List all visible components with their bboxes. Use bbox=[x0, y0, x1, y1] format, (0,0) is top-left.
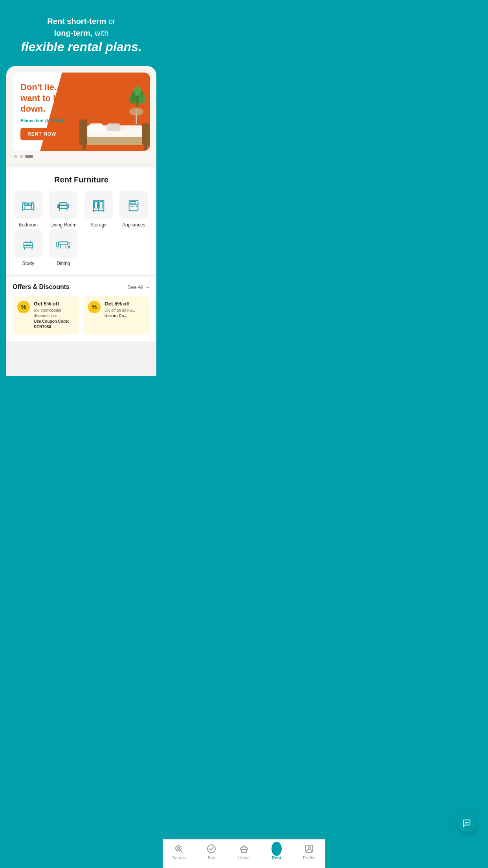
appliances-label: Appliances bbox=[122, 222, 145, 228]
svg-rect-6 bbox=[83, 144, 86, 150]
dining-label: Dining bbox=[57, 261, 70, 266]
svg-rect-7 bbox=[144, 144, 147, 150]
category-appliances[interactable]: Appliances bbox=[118, 191, 150, 228]
dot-3-active[interactable] bbox=[25, 155, 33, 158]
study-label: Study bbox=[22, 261, 34, 266]
bed-illustration bbox=[75, 108, 146, 147]
header-section: Rent short-term or long-term, with flexi… bbox=[0, 0, 163, 66]
header-subtitle: Rent short-term or bbox=[12, 16, 151, 27]
storage-icon-box bbox=[84, 191, 113, 219]
study-icon-box bbox=[14, 229, 42, 257]
offer-badge-2: % bbox=[88, 301, 101, 313]
svg-point-32 bbox=[97, 205, 98, 206]
appliances-icon-box bbox=[119, 191, 148, 219]
svg-point-33 bbox=[99, 205, 100, 206]
wardrobe-icon bbox=[91, 197, 106, 212]
banner-tagline: Don't lie. You want to lie down. bbox=[20, 82, 81, 114]
banner-slide: Don't lie. You want to lie down. Blanca … bbox=[13, 72, 150, 151]
main-card: Don't lie. You want to lie down. Blanca … bbox=[6, 66, 156, 376]
category-bedroom[interactable]: Bedroom bbox=[13, 191, 44, 228]
svg-point-39 bbox=[136, 206, 138, 207]
offer-text-2: Get 5% off 5% off on all Fu... Use on Co… bbox=[105, 301, 135, 319]
storage-label: Storage bbox=[90, 222, 107, 228]
svg-rect-54 bbox=[68, 243, 70, 246]
dining-icon-box bbox=[49, 229, 77, 257]
offers-title: Offers & Discounts bbox=[13, 283, 70, 291]
living-room-icon-box bbox=[49, 191, 77, 219]
dining-icon bbox=[56, 236, 71, 251]
svg-rect-4 bbox=[89, 123, 103, 131]
category-living-room[interactable]: Living Room bbox=[48, 191, 79, 228]
bedroom-icon bbox=[21, 197, 36, 212]
svg-rect-30 bbox=[94, 202, 97, 208]
svg-rect-5 bbox=[107, 123, 121, 131]
svg-rect-51 bbox=[57, 243, 59, 246]
category-grid-row2: Study bbox=[13, 229, 150, 266]
svg-rect-15 bbox=[23, 204, 34, 209]
see-all-button[interactable]: See All → bbox=[128, 284, 150, 290]
banner-container: Don't lie. You want to lie down. Blanca … bbox=[6, 66, 156, 164]
header-subtitle2: long-term, with bbox=[12, 28, 151, 39]
rent-furniture-section: Rent Furniture Bedroom bbox=[6, 167, 156, 274]
offer-text-1: Get 5% off 5% promotional discount on c.… bbox=[34, 301, 75, 330]
header-title: flexible rental plans. bbox=[12, 39, 151, 54]
living-room-label: Living Room bbox=[50, 222, 77, 228]
dot-1 bbox=[14, 155, 17, 158]
rent-now-button[interactable]: RENT NOW bbox=[20, 128, 63, 140]
svg-rect-38 bbox=[131, 206, 134, 207]
svg-rect-31 bbox=[100, 202, 103, 208]
svg-point-14 bbox=[134, 86, 141, 96]
sofa-icon bbox=[56, 197, 71, 212]
bedroom-icon-box bbox=[14, 191, 42, 219]
offer-card-2[interactable]: % Get 5% off 5% off on all Fu... Use on … bbox=[83, 296, 150, 335]
category-grid-row1: Bedroom Living Room bbox=[13, 191, 150, 228]
appliances-icon bbox=[126, 197, 141, 212]
study-icon bbox=[21, 236, 36, 251]
svg-rect-43 bbox=[27, 244, 30, 246]
svg-rect-1 bbox=[79, 120, 87, 145]
offer-card-1[interactable]: % Get 5% off 5% promotional discount on … bbox=[13, 296, 79, 335]
rent-furniture-title: Rent Furniture bbox=[13, 175, 150, 184]
category-storage[interactable]: Storage bbox=[83, 191, 114, 228]
offers-scroll: % Get 5% off 5% promotional discount on … bbox=[13, 296, 150, 335]
svg-rect-41 bbox=[24, 243, 33, 248]
offers-header: Offers & Discounts See All → bbox=[13, 283, 150, 291]
bedroom-label: Bedroom bbox=[18, 222, 38, 228]
category-dining[interactable]: Dining bbox=[48, 229, 79, 266]
banner-price: Blanca bed @ 15,599/- bbox=[20, 118, 81, 123]
dot-2 bbox=[20, 155, 23, 158]
offers-section: Offers & Discounts See All → % Get 5% of… bbox=[6, 277, 156, 341]
svg-rect-48 bbox=[59, 242, 68, 245]
svg-rect-40 bbox=[131, 202, 136, 204]
plant-decoration bbox=[130, 84, 145, 109]
offer-badge-1: % bbox=[17, 301, 30, 313]
category-study[interactable]: Study bbox=[13, 229, 44, 266]
svg-rect-2 bbox=[142, 123, 150, 145]
carousel-dots bbox=[13, 151, 150, 160]
